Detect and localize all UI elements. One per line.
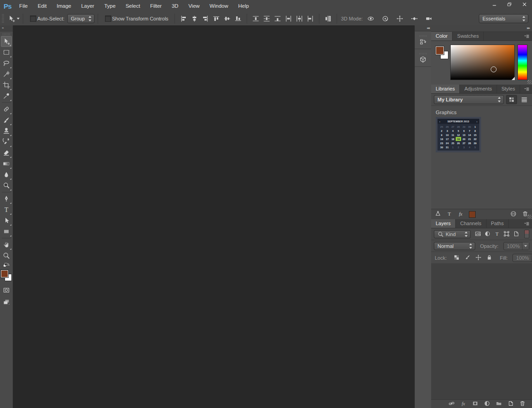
shape-layer-filter-button[interactable] bbox=[503, 231, 510, 238]
eyedropper-tool[interactable] bbox=[1, 91, 12, 101]
menu-file[interactable]: File bbox=[14, 0, 33, 12]
menu-edit[interactable]: Edit bbox=[33, 0, 52, 12]
quick-selection-tool[interactable] bbox=[1, 69, 12, 80]
3d-roll-button[interactable] bbox=[380, 14, 391, 24]
tab-color[interactable]: Color bbox=[431, 32, 452, 40]
align-vertical-centers-button[interactable] bbox=[222, 14, 233, 24]
dodge-tool[interactable] bbox=[1, 180, 12, 191]
foreground-color-swatch[interactable] bbox=[1, 270, 8, 277]
new-layer-button[interactable] bbox=[507, 400, 514, 408]
layer-filter-toggle[interactable] bbox=[524, 230, 529, 238]
align-top-edges-button[interactable] bbox=[211, 14, 222, 24]
show-transform-checkbox[interactable] bbox=[105, 15, 111, 22]
color-picker-cursor[interactable] bbox=[491, 66, 497, 72]
zoom-tool[interactable] bbox=[1, 250, 12, 261]
align-right-edges-button[interactable] bbox=[200, 14, 211, 24]
type-layer-filter-button[interactable]: T bbox=[494, 231, 500, 238]
new-adjustment-layer-button[interactable] bbox=[484, 400, 490, 408]
auto-select-group-select[interactable]: Group bbox=[67, 14, 94, 23]
calendar-graphic-asset[interactable]: ‹ SEPTEMBER 2013 › 252627282930123456789… bbox=[438, 119, 479, 151]
screen-mode-button[interactable] bbox=[1, 297, 12, 307]
canvas-area[interactable] bbox=[13, 25, 414, 408]
pen-tool[interactable] bbox=[1, 193, 12, 204]
auto-align-layers-button[interactable] bbox=[323, 14, 333, 24]
hand-tool[interactable] bbox=[1, 239, 12, 250]
3d-pan-button[interactable] bbox=[394, 14, 405, 24]
libraries-panel-menu-icon[interactable] bbox=[523, 86, 530, 92]
spot-healing-brush-tool[interactable] bbox=[1, 104, 12, 115]
tool-preset-picker[interactable] bbox=[8, 15, 20, 22]
layers-panel-menu-icon[interactable] bbox=[523, 221, 530, 227]
3d-slide-button[interactable] bbox=[409, 14, 420, 24]
tools-collapse-button[interactable]: » bbox=[0, 25, 13, 31]
dock-collapse-button[interactable]: ◂◂ bbox=[415, 25, 431, 31]
auto-select-checkbox[interactable] bbox=[30, 15, 36, 22]
distribute-vertical-centers-button[interactable] bbox=[261, 14, 272, 24]
color-swatch[interactable] bbox=[469, 211, 476, 218]
graphic-asset-button[interactable] bbox=[435, 211, 441, 218]
close-button[interactable] bbox=[517, 0, 532, 9]
history-brush-tool[interactable] bbox=[1, 136, 12, 147]
menu-image[interactable]: Image bbox=[52, 0, 76, 12]
layer-effects-button[interactable]: fx bbox=[460, 400, 467, 408]
library-select[interactable]: My Library bbox=[434, 95, 504, 104]
distribute-bottom-edges-button[interactable] bbox=[272, 14, 283, 24]
new-group-button[interactable] bbox=[496, 400, 502, 408]
3d-camera-button[interactable] bbox=[423, 14, 434, 24]
adjustment-layer-filter-button[interactable] bbox=[484, 231, 491, 238]
rectangle-tool[interactable] bbox=[1, 226, 12, 237]
lasso-tool[interactable] bbox=[1, 58, 12, 69]
blur-tool[interactable] bbox=[1, 169, 12, 180]
tab-channels[interactable]: Channels bbox=[456, 219, 486, 228]
swap-colors-button[interactable] bbox=[1, 261, 12, 269]
fill-select[interactable]: 100% bbox=[512, 254, 532, 262]
rectangular-marquee-tool[interactable] bbox=[1, 47, 12, 58]
color-panel-menu-icon[interactable] bbox=[523, 34, 530, 39]
menu-layer[interactable]: Layer bbox=[76, 0, 99, 12]
3d-orbit-button[interactable] bbox=[365, 14, 376, 24]
creative-cloud-sync-button[interactable] bbox=[510, 211, 517, 218]
tools-grip[interactable] bbox=[3, 33, 10, 35]
text-style-button[interactable]: T bbox=[446, 211, 452, 218]
layer-style-button[interactable]: fx bbox=[457, 211, 464, 218]
gradient-tool[interactable] bbox=[1, 158, 12, 169]
panel-resize-grip[interactable] bbox=[527, 215, 532, 219]
link-layers-button[interactable] bbox=[448, 400, 455, 408]
hue-slider[interactable] bbox=[517, 45, 527, 80]
options-bar-grip[interactable] bbox=[2, 14, 4, 23]
quick-mask-button[interactable] bbox=[1, 285, 12, 296]
type-tool[interactable]: T bbox=[1, 204, 12, 215]
tab-libraries[interactable]: Libraries bbox=[431, 85, 460, 93]
delete-layer-button[interactable] bbox=[519, 400, 526, 408]
menu-filter[interactable]: Filter bbox=[145, 0, 167, 12]
menu-window[interactable]: Window bbox=[204, 0, 233, 12]
menu-help[interactable]: Help bbox=[233, 0, 254, 12]
smart-object-filter-button[interactable] bbox=[513, 231, 519, 238]
distribute-horizontal-centers-button[interactable] bbox=[294, 14, 305, 24]
menu-select[interactable]: Select bbox=[120, 0, 145, 12]
list-view-button[interactable] bbox=[519, 96, 529, 104]
history-panel-button[interactable] bbox=[415, 31, 431, 49]
lock-position-button[interactable] bbox=[475, 254, 482, 262]
color-swatch-pair[interactable] bbox=[436, 46, 448, 59]
tab-layers[interactable]: Layers bbox=[431, 219, 456, 228]
saturation-brightness-field[interactable] bbox=[450, 45, 515, 80]
move-tool[interactable] bbox=[1, 36, 12, 47]
minimize-button[interactable] bbox=[487, 0, 502, 9]
workspace-select[interactable]: Essentials bbox=[479, 14, 528, 23]
lock-transparent-pixels-button[interactable] bbox=[453, 254, 460, 262]
align-bottom-edges-button[interactable] bbox=[233, 14, 244, 24]
menu-type[interactable]: Type bbox=[99, 0, 120, 12]
path-selection-tool[interactable] bbox=[1, 215, 12, 226]
layers-list[interactable] bbox=[431, 264, 532, 399]
restore-button[interactable] bbox=[502, 0, 517, 9]
tab-swatches[interactable]: Swatches bbox=[452, 32, 484, 40]
align-left-edges-button[interactable] bbox=[178, 14, 189, 24]
distribute-left-edges-button[interactable] bbox=[283, 14, 294, 24]
add-layer-mask-button[interactable] bbox=[472, 400, 478, 408]
distribute-right-edges-button[interactable] bbox=[305, 14, 316, 24]
grid-view-button[interactable] bbox=[506, 95, 517, 104]
lock-image-pixels-button[interactable] bbox=[464, 254, 471, 262]
crop-tool[interactable] bbox=[1, 80, 12, 91]
dock-expand-button[interactable]: ▸▸ bbox=[431, 25, 532, 32]
